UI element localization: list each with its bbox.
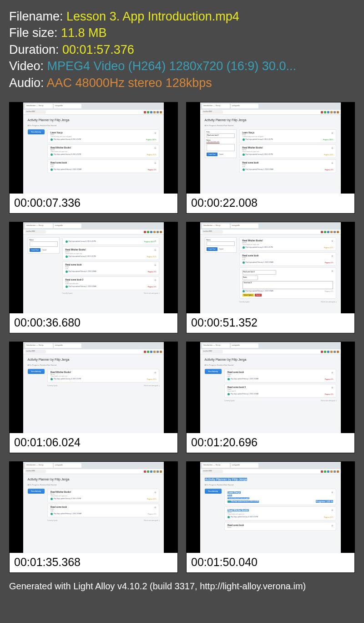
info-audio: Audio: AAC 48000Hz stereo 128kbps bbox=[9, 75, 355, 91]
info-filename: Filename: Lesson 3. App Introduction.mp4 bbox=[9, 8, 355, 25]
thumbnail-7-image: Introduction — Vue.jsvue-goals localhost… bbox=[10, 462, 177, 553]
generator-footer: Generated with Light Alloy v4.10.2 (buil… bbox=[0, 577, 364, 600]
tab-1: Introduction — Vue.js bbox=[25, 104, 53, 108]
app-title: Activity Planner by Filip Jerga bbox=[28, 117, 160, 123]
thumbnail-5-image: Introduction — Vue.jsvue-goals localhost… bbox=[10, 342, 177, 433]
file-info-block: Filename: Lesson 3. App Introduction.mp4… bbox=[0, 0, 364, 96]
thumbnail-grid: Introduction — Vue.js vue-goals localhos… bbox=[0, 96, 364, 577]
filename-value: Lesson 3. App Introduction.mp4 bbox=[66, 10, 239, 23]
thumbnail-2[interactable]: Introduction — Vue.jsvue-goals localhost… bbox=[186, 102, 355, 214]
thumbnail-6[interactable]: Introduction — Vue.jsvue-goals localhost… bbox=[186, 342, 355, 453]
browser-tabs: Introduction — Vue.js vue-goals bbox=[23, 102, 164, 110]
thumbnail-2-image: Introduction — Vue.jsvue-goals localhost… bbox=[187, 102, 354, 194]
new-activity-button: New Activity bbox=[28, 129, 45, 134]
timestamp-3: 00:00:36.680 bbox=[10, 313, 177, 333]
avatar bbox=[51, 153, 53, 156]
thumbnail-8[interactable]: Introduction — Vue.jsvue-goals localhost… bbox=[186, 461, 355, 573]
app-filter-tabs: All In Progress Finished Not Started bbox=[28, 124, 160, 128]
timestamp-1: 00:00:07.336 bbox=[10, 194, 177, 213]
filesize-value: 11.8 MB bbox=[61, 26, 107, 40]
thumbnail-3-image: Introduction — Vue.jsvue-goals localhost… bbox=[10, 222, 177, 313]
thumbnail-7[interactable]: Introduction — Vue.jsvue-goals localhost… bbox=[9, 461, 178, 573]
thumbnail-8-image: Introduction — Vue.jsvue-goals localhost… bbox=[187, 462, 354, 553]
thumbnail-6-image: Introduction — Vue.jsvue-goals localhost… bbox=[187, 342, 354, 433]
duration-label: Duration: bbox=[9, 43, 62, 56]
info-duration: Duration: 00:01:57.376 bbox=[9, 41, 355, 58]
activity-card: ⚙ Read Witcher Books! Movies These books… bbox=[47, 144, 159, 158]
timestamp-2: 00:00:22.008 bbox=[187, 194, 354, 213]
thumbnail-5[interactable]: Introduction — Vue.jsvue-goals localhost… bbox=[9, 342, 178, 453]
tab-2: vue-goals bbox=[54, 104, 81, 108]
video-value: MPEG4 Video (H264) 1280x720 (16:9) 30.0.… bbox=[47, 59, 296, 73]
gear-icon: ⚙ bbox=[154, 147, 156, 149]
timestamp-7: 00:01:35.368 bbox=[10, 553, 177, 572]
gear-icon: ⚙ bbox=[154, 132, 156, 134]
info-filesize: File size: 11.8 MB bbox=[9, 25, 355, 41]
avatar bbox=[51, 138, 53, 141]
audio-value: AAC 48000Hz stereo 128kbps bbox=[47, 76, 212, 90]
timestamp-4: 00:00:51.352 bbox=[187, 313, 354, 333]
activity-card: ⚙ Learn Vue.js Books I started today and… bbox=[47, 129, 159, 143]
url: localhost:8080 bbox=[25, 110, 46, 114]
avatar bbox=[51, 169, 53, 171]
gear-icon: ⚙ bbox=[154, 162, 156, 164]
toolbar-icons bbox=[144, 111, 162, 113]
thumbnail-4[interactable]: Introduction — Vue.jsvue-goals localhost… bbox=[186, 222, 355, 333]
create-form: Title Read some book 2 Notes asdlaksdask… bbox=[205, 129, 237, 158]
filesize-label: File size: bbox=[9, 26, 61, 40]
browser-url-bar: localhost:8080 bbox=[23, 110, 164, 115]
thumbnail-1[interactable]: Introduction — Vue.js vue-goals localhos… bbox=[9, 102, 178, 214]
audio-label: Audio: bbox=[9, 76, 47, 90]
activity-card: ⚙ Read some book Books asds Filip Jerga … bbox=[47, 159, 159, 173]
thumbnail-3[interactable]: Introduction — Vue.jsvue-goals localhost… bbox=[9, 222, 178, 333]
duration-value: 00:01:57.376 bbox=[62, 43, 134, 56]
thumbnail-4-image: Introduction — Vue.jsvue-goals localhost… bbox=[187, 222, 354, 313]
app-title-highlighted: Activity Planner by Filip Jerga bbox=[205, 477, 337, 482]
thumbnail-1-image: Introduction — Vue.js vue-goals localhos… bbox=[10, 102, 177, 194]
filename-label: Filename: bbox=[9, 10, 66, 23]
video-label: Video: bbox=[9, 59, 47, 73]
timestamp-8: 00:01:50.040 bbox=[187, 553, 354, 572]
create-button: Create Goal bbox=[207, 153, 217, 156]
timestamp-6: 00:01:20.696 bbox=[187, 433, 354, 453]
timestamp-5: 00:01:06.024 bbox=[10, 433, 177, 453]
info-video: Video: MPEG4 Video (H264) 1280x720 (16:9… bbox=[9, 58, 355, 74]
